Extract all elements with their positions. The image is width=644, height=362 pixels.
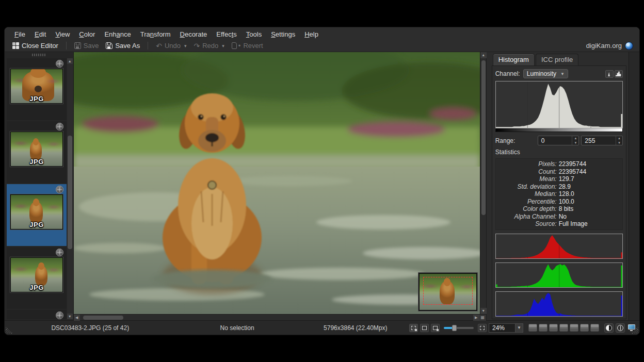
revert-button[interactable]: Revert: [228, 41, 267, 51]
redo-icon: ↷: [194, 43, 200, 49]
photo-view[interactable]: [74, 52, 480, 314]
geolocation-icon: [56, 311, 63, 319]
zoom-level-combo[interactable]: 24% ▼: [489, 323, 523, 333]
thumbnail-item[interactable]: JPG: [7, 310, 67, 319]
toolbar-separator: [148, 42, 148, 50]
chevron-down-icon[interactable]: ▼: [516, 323, 523, 333]
over-exposure-indicator-button[interactable]: [616, 323, 625, 333]
statistic-row: Pixels:22395744: [498, 160, 620, 168]
linear-scale-button[interactable]: [605, 70, 614, 78]
tab-icc-profile[interactable]: ICC profile: [536, 54, 578, 65]
right-sidebar-tabs: [629, 52, 639, 320]
format-badge: JPG: [29, 158, 44, 166]
thumbnail-item[interactable]: JPG: [7, 58, 67, 120]
scroll-right-icon[interactable]: ▶: [473, 315, 479, 321]
menu-view[interactable]: View: [51, 29, 74, 39]
scroll-down-icon[interactable]: ▼: [67, 314, 73, 319]
zoom-slider[interactable]: [444, 327, 474, 329]
status-dimensions: 5796x3864 (22.40Mpx): [302, 323, 409, 333]
scroll-up-icon[interactable]: ▲: [67, 58, 73, 64]
scroll-left-icon[interactable]: ◀: [74, 315, 80, 321]
digikam-brand: digiKam.org: [586, 42, 635, 50]
thumbnail-item[interactable]: JPG: [7, 247, 67, 309]
menu-tools[interactable]: Tools: [242, 29, 266, 39]
thumbbar-scrollbar-thumb[interactable]: [68, 136, 72, 249]
save-button[interactable]: Save: [71, 41, 103, 51]
logarithmic-scale-button[interactable]: [615, 70, 623, 78]
luminosity-histogram[interactable]: [495, 81, 623, 128]
horizontal-scrollbar-thumb[interactable]: [83, 316, 123, 320]
preview-mode-button-6[interactable]: [580, 324, 589, 332]
preview-mode-button-2[interactable]: [539, 324, 548, 332]
status-selection: No selection: [173, 323, 302, 333]
menu-edit[interactable]: Edit: [30, 29, 51, 39]
range-max-value: 255: [582, 137, 616, 144]
undo-button[interactable]: ↶ Undo ▾: [152, 41, 190, 51]
preview-mode-button-5[interactable]: [570, 324, 578, 332]
statistic-row: Source:Full Image: [498, 220, 620, 228]
geolocation-icon: [56, 123, 63, 130]
spin-up-icon[interactable]: ▲: [572, 136, 578, 141]
thumbbar-scrollbar[interactable]: ▲ ▼: [67, 58, 73, 319]
close-editor-button[interactable]: Close Editor: [9, 41, 62, 51]
statistic-row: Median:128.0: [498, 190, 620, 198]
channel-dropdown[interactable]: Luminosity ▼: [523, 69, 568, 78]
zoom-selection-button[interactable]: [409, 324, 418, 332]
vertical-scrollbar-thumb[interactable]: [481, 60, 486, 215]
preview-mode-button-1[interactable]: [528, 324, 537, 332]
pan-visible-region-rect[interactable]: [423, 277, 473, 305]
horizontal-scrollbar[interactable]: ◀ ▶ ▦: [74, 314, 486, 320]
close-editor-icon: [12, 42, 19, 49]
preview-mode-button-4[interactable]: [559, 324, 568, 332]
channel-value: Luminosity: [527, 70, 556, 77]
spin-down-icon[interactable]: ▼: [572, 141, 578, 145]
undo-dropdown-arrow[interactable]: ▾: [184, 43, 187, 48]
vertical-scrollbar[interactable]: ▲ ▼: [480, 52, 486, 314]
spin-down-icon[interactable]: ▼: [616, 141, 622, 145]
thumbnail-bar: JPG JPG JPG JPG JPG ▲ ▼: [5, 52, 74, 320]
statistic-row: Mean:129.7: [498, 175, 620, 183]
pan-corner-button[interactable]: ▦: [479, 315, 486, 321]
colors-panel-tabs: HistogramICC profile: [492, 53, 626, 65]
thumbnail-item[interactable]: JPG: [7, 121, 67, 183]
zoom-slider-handle[interactable]: [452, 325, 457, 331]
range-min-spinbox[interactable]: 0 ▲▼: [538, 136, 579, 145]
range-max-spinbox[interactable]: 255 ▲▼: [581, 136, 623, 145]
spin-up-icon[interactable]: ▲: [616, 136, 622, 141]
fit-to-window-button[interactable]: [420, 324, 429, 332]
digikam-logo-icon[interactable]: [625, 42, 633, 50]
redo-dropdown-arrow[interactable]: ▾: [222, 43, 224, 48]
save-as-button[interactable]: Save As: [102, 41, 143, 51]
scroll-down-icon[interactable]: ▼: [480, 308, 487, 314]
histogram-gradient-strip: [495, 128, 623, 132]
thumbnail-item[interactable]: JPG: [7, 184, 67, 246]
thumbbar-drag-handle[interactable]: [32, 54, 45, 56]
fit-zoom-button[interactable]: [478, 324, 487, 332]
menu-file[interactable]: File: [10, 29, 30, 39]
colors-panel: HistogramICC profile Channel: Luminosity…: [489, 52, 629, 320]
menu-transform[interactable]: Transform: [136, 29, 175, 39]
preview-mode-button-7[interactable]: [590, 324, 599, 332]
tab-histogram[interactable]: Histogram: [493, 54, 535, 65]
menu-enhance[interactable]: Enhance: [100, 29, 135, 39]
save-label: Save: [84, 42, 99, 50]
zoom-100-button[interactable]: [431, 324, 440, 332]
menu-settings[interactable]: Settings: [266, 29, 300, 39]
geolocation-icon: [56, 249, 63, 256]
redo-button[interactable]: ↷ Redo ▾: [190, 41, 228, 51]
revert-bullet: [238, 42, 241, 50]
red-channel-histogram: [495, 234, 623, 259]
scroll-up-icon[interactable]: ▲: [480, 52, 487, 58]
main-toolbar: Close Editor Save Save As ↶ Undo ▾ ↷ Red…: [5, 40, 639, 52]
menu-effects[interactable]: Effects: [212, 29, 242, 39]
blue-channel-histogram: [495, 291, 623, 317]
menu-color[interactable]: Color: [74, 29, 100, 39]
menu-decorate[interactable]: Decorate: [175, 29, 212, 39]
over-exposure-icon: [617, 325, 623, 331]
pan-preview-overlay[interactable]: [418, 273, 477, 311]
zoom-level-value: 24%: [489, 323, 516, 333]
under-exposure-indicator-button[interactable]: [604, 323, 614, 333]
menu-help[interactable]: Help: [300, 29, 323, 39]
geolocation-icon: [56, 60, 63, 68]
preview-mode-button-3[interactable]: [549, 324, 558, 332]
